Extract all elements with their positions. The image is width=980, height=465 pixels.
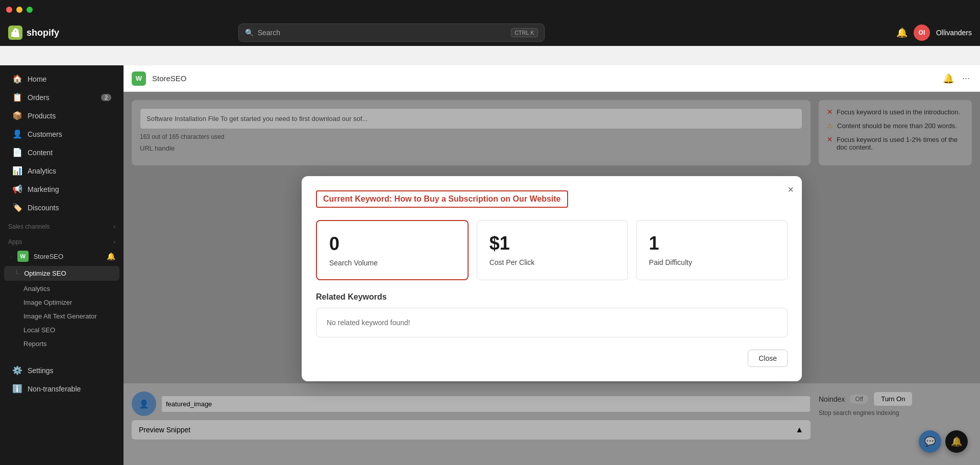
paid-difficulty-card: 1 Paid Difficulty: [636, 220, 788, 280]
modal-close-btn[interactable]: Close: [748, 350, 788, 367]
sidebar-item-marketing[interactable]: 📢 Marketing: [4, 180, 119, 198]
settings-icon: ⚙️: [12, 365, 22, 375]
sidebar-item-non-transferable[interactable]: ℹ️ Non-transferable: [4, 380, 119, 398]
expand-arrow-icon: ›: [113, 223, 115, 230]
topbar-bell-icon[interactable]: 🔔: [896, 27, 908, 38]
sidebar-item-settings[interactable]: ⚙️ Settings: [4, 361, 119, 379]
search-volume-value: 0: [329, 233, 455, 255]
traffic-light-yellow[interactable]: [16, 7, 22, 13]
info-icon: ℹ️: [12, 384, 22, 394]
sidebar-sub-alt-text[interactable]: Image Alt Text Generator: [0, 309, 124, 323]
sidebar-sub-image-optimizer[interactable]: Image Optimizer: [0, 296, 124, 309]
sidebar-item-label: Customers: [28, 130, 62, 138]
sales-channels-section: Sales channels ›: [0, 217, 124, 232]
sidebar-item-optimize-seo[interactable]: └ Optimize SEO: [4, 266, 119, 281]
sidebar-item-label: Discounts: [28, 204, 59, 212]
modal-footer: Close: [316, 350, 788, 367]
shopify-logo[interactable]: shopify: [8, 26, 59, 40]
bg-content: Software Installation File To get starte…: [124, 92, 980, 465]
sidebar-item-label: Orders: [28, 93, 50, 102]
sidebar-item-label: Marketing: [28, 185, 59, 193]
non-transferable-label: Non-transferable: [28, 385, 81, 393]
shopify-topbar: shopify 🔍 Search CTRL K 🔔 Ol Ollivanders: [0, 19, 980, 46]
traffic-light-red[interactable]: [6, 7, 12, 13]
sidebar-item-discounts[interactable]: 🏷️ Discounts: [4, 199, 119, 216]
related-keywords-title: Related Keywords: [316, 292, 788, 302]
sidebar-item-label: Analytics: [28, 167, 56, 175]
sidebar-item-label: Home: [28, 75, 46, 83]
traffic-light-green[interactable]: [27, 7, 33, 13]
search-volume-card: 0 Search Volume: [316, 220, 469, 280]
sidebar-item-products[interactable]: 📦 Products: [4, 107, 119, 125]
search-bar[interactable]: 🔍 Search CTRL K: [238, 23, 545, 42]
title-bar: [0, 0, 980, 19]
customers-icon: 👤: [12, 129, 22, 139]
sidebar: 🏠 Home 📋 Orders 2 📦 Products 👤 Customers…: [0, 65, 124, 465]
shopify-logo-text: shopify: [27, 28, 59, 38]
paid-difficulty-label: Paid Difficulty: [649, 258, 775, 266]
main-layout: 🏠 Home 📋 Orders 2 📦 Products 👤 Customers…: [0, 65, 980, 465]
apps-section: Apps ›: [0, 232, 124, 248]
store-seo-label: StoreSEO: [34, 253, 64, 260]
app-header-icon: W: [132, 71, 146, 86]
keyword-modal: × Current Keyword: How to Buy a Subscrip…: [302, 176, 802, 381]
search-shortcut: CTRL K: [511, 28, 538, 37]
sidebar-item-analytics[interactable]: 📊 Analytics: [4, 162, 119, 180]
tree-branch-icon: └: [14, 270, 19, 277]
sidebar-item-label: Products: [28, 112, 56, 120]
content-area: W StoreSEO 🔔 ··· Software Installation F…: [124, 65, 980, 465]
app-header-menu-button[interactable]: ···: [960, 71, 972, 86]
sidebar-sub-reports[interactable]: Reports: [0, 337, 124, 351]
user-name[interactable]: Ollivanders: [936, 29, 972, 37]
search-volume-label: Search Volume: [329, 259, 455, 267]
stats-row: 0 Search Volume $1 Cost Per Click 1 Paid…: [316, 220, 788, 280]
modal-title: Current Keyword: How to Buy a Subscripti…: [316, 190, 568, 208]
discounts-icon: 🏷️: [12, 203, 22, 212]
topbar-right: 🔔 Ol Ollivanders: [896, 25, 972, 41]
search-placeholder: Search: [258, 29, 280, 37]
sidebar-item-store-seo[interactable]: · W StoreSEO 🔔: [0, 248, 124, 265]
app-header: W StoreSEO 🔔 ···: [124, 65, 980, 92]
paid-difficulty-value: 1: [649, 233, 775, 254]
content-icon: 📄: [12, 148, 22, 157]
modal-overlay: × Current Keyword: How to Buy a Subscrip…: [124, 92, 980, 465]
shopify-logo-icon: [8, 26, 22, 40]
home-icon: 🏠: [12, 74, 22, 84]
search-icon: 🔍: [245, 29, 254, 37]
sidebar-item-content[interactable]: 📄 Content: [4, 143, 119, 161]
app-header-title: StoreSEO: [152, 74, 187, 83]
sidebar-item-label: Content: [28, 149, 53, 157]
sidebar-sub-analytics[interactable]: Analytics: [0, 282, 124, 296]
tree-dot: ·: [10, 253, 12, 260]
cost-per-click-value: $1: [489, 233, 616, 254]
cost-per-click-card: $1 Cost Per Click: [477, 220, 628, 280]
store-seo-bell-icon[interactable]: 🔔: [107, 252, 115, 260]
orders-icon: 📋: [12, 92, 22, 102]
store-seo-icon: W: [17, 251, 29, 262]
analytics-icon: 📊: [12, 166, 22, 176]
apps-expand-icon: ›: [113, 238, 115, 246]
optimize-seo-label: Optimize SEO: [24, 270, 66, 277]
orders-badge: 2: [101, 94, 111, 101]
app-header-actions: 🔔 ···: [941, 71, 972, 86]
app-header-bell-button[interactable]: 🔔: [941, 71, 956, 86]
products-icon: 📦: [12, 111, 22, 120]
marketing-icon: 📢: [12, 184, 22, 194]
settings-label: Settings: [28, 366, 54, 375]
user-avatar[interactable]: Ol: [914, 25, 930, 41]
sidebar-item-orders[interactable]: 📋 Orders 2: [4, 88, 119, 106]
cost-per-click-label: Cost Per Click: [489, 258, 616, 266]
related-keywords-box: No related keyword found!: [316, 308, 788, 337]
modal-close-button[interactable]: ×: [788, 184, 794, 194]
sidebar-item-customers[interactable]: 👤 Customers: [4, 125, 119, 143]
sidebar-item-home[interactable]: 🏠 Home: [4, 70, 119, 88]
sidebar-sub-local-seo[interactable]: Local SEO: [0, 323, 124, 337]
